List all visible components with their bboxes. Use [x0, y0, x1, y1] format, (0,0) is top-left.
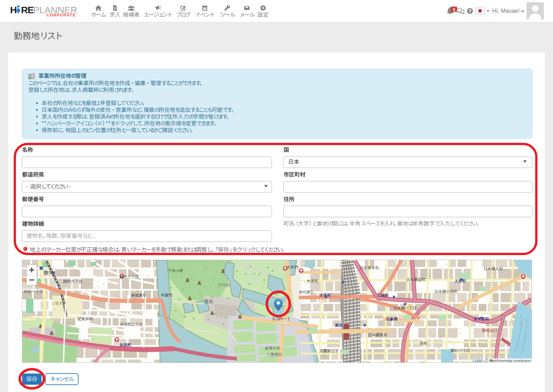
svg-text:3: 3: [453, 7, 455, 12]
svg-text:?: ?: [469, 9, 471, 14]
svg-text:CORPORATE: CORPORATE: [47, 13, 76, 17]
svg-text:RE: RE: [21, 5, 34, 15]
svg-text:H: H: [10, 5, 17, 15]
svg-text:Hi, Masae!: Hi, Masae!: [492, 8, 520, 14]
svg-text:Leaflet | © OpenStreetMap cont: Leaflet | © OpenStreetMap contributors: [473, 359, 531, 363]
